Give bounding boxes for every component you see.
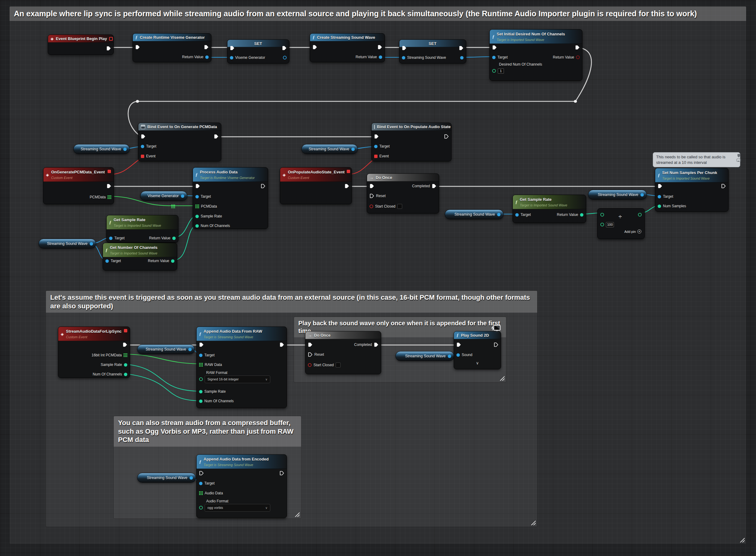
exec-out-pin[interactable] <box>575 44 580 51</box>
target-pin[interactable]: Target <box>492 54 507 61</box>
node-set-viseme-generator[interactable]: SET Viseme Generator <box>227 39 289 64</box>
node-header[interactable]: ƒ Get Sample Rate Target is Imported Sou… <box>107 215 178 230</box>
node-header[interactable]: SET <box>227 40 289 47</box>
exec-out-pin[interactable] <box>204 43 209 51</box>
var-out-pin[interactable] <box>497 213 500 216</box>
divide-b-value[interactable]: 100 <box>606 222 614 227</box>
audio-format-pin[interactable]: ogg vorbis ∨ <box>199 504 270 511</box>
node-header[interactable]: ◈ OnPopulateAudioState_Event Custom Even… <box>280 168 352 182</box>
exec-out-pin[interactable] <box>494 341 498 348</box>
node-get-number-of-channels[interactable]: ƒ Get Number Of Channels Target is Impor… <box>103 243 177 271</box>
raw-format-pin[interactable]: Signed 16-bit integer ∨ <box>199 376 270 383</box>
var-pill-streaming-sound-wave[interactable]: Streaming Sound Wave <box>137 473 196 483</box>
var-pill-streaming-sound-wave[interactable]: Streaming Sound Wave <box>38 239 96 249</box>
divide-input-b-pin[interactable]: 100 <box>600 221 614 228</box>
node-header[interactable]: ƒ Play Sound 2D <box>454 332 501 339</box>
node-header[interactable]: ƒ Get Number Of Channels Target is Impor… <box>103 243 177 257</box>
comment-resize-handle[interactable] <box>499 376 504 381</box>
pin-icon[interactable] <box>737 154 740 158</box>
node-bind-event-on-populate-audio-state[interactable]: Bind Event to On Populate Audio State Ta… <box>371 123 452 162</box>
desired-num-pin[interactable]: 1 <box>492 67 504 74</box>
exec-out-pin[interactable] <box>106 45 111 52</box>
exec-out-pin[interactable] <box>344 182 349 190</box>
node-set-initial-desired-num-of-channels[interactable]: ƒ Set Initial Desired Num Of Channels Ta… <box>489 29 583 81</box>
node-header[interactable]: ƒ Create Runtime Viseme Generator <box>133 34 211 41</box>
exec-in-pin[interactable] <box>308 341 313 348</box>
pcmdata-pin[interactable]: PCMData <box>90 194 111 201</box>
exec-in-pin[interactable] <box>199 470 204 477</box>
var-out-pin[interactable] <box>640 193 644 197</box>
return-value-pin[interactable]: Return Value <box>149 234 176 242</box>
var-pill-streaming-sound-wave[interactable]: Streaming Sound Wave <box>395 351 454 361</box>
node-header[interactable]: ƒ Create Streaming Sound Wave <box>310 34 385 41</box>
pcmdata-pin[interactable]: PCMData <box>195 203 217 210</box>
node-bind-event-on-generate-pcmdata[interactable]: Bind Event to On Generate PCMData Target… <box>138 123 221 162</box>
node-create-runtime-viseme-generator[interactable]: ƒ Create Runtime Viseme Generator Return… <box>133 33 211 62</box>
num-samples-pin[interactable]: Num Samples <box>658 202 686 210</box>
return-value-pin[interactable]: Return Value <box>182 53 209 61</box>
completed-exec-out-pin[interactable]: Completed <box>354 341 379 348</box>
audio-format-dropdown[interactable]: ogg vorbis ∨ <box>205 504 270 512</box>
exec-in-pin[interactable] <box>199 341 204 348</box>
exec-out-pin[interactable] <box>280 341 284 348</box>
exec-in-pin[interactable] <box>369 182 374 190</box>
divide-output-pin[interactable] <box>638 211 642 218</box>
exec-out-pin[interactable] <box>444 133 449 140</box>
node-stream-audio-data-for-lipsync[interactable]: ◈ StreamAudioDataForLipSync Custom Event… <box>58 326 130 378</box>
node-header[interactable]: ƒ Set Num Samples Per Chunk Target is Im… <box>655 168 728 182</box>
var-out-pin[interactable] <box>448 354 451 358</box>
variable-out-pin[interactable] <box>283 54 287 61</box>
exec-out-pin[interactable] <box>721 182 726 190</box>
completed-exec-out-pin[interactable]: Completed <box>412 182 436 190</box>
exec-out-pin[interactable] <box>282 44 287 52</box>
var-out-pin[interactable] <box>351 147 355 151</box>
node-onpopulate-audiostate-event[interactable]: ◈ OnPopulateAudioState_Event Custom Even… <box>280 167 352 204</box>
node-header[interactable]: ƒ Process Audio Data Target is Runtime V… <box>193 168 268 182</box>
num-of-channels-pin[interactable]: Num Of Channels <box>195 222 230 230</box>
exec-in-pin[interactable] <box>141 133 145 140</box>
sample-rate-pin[interactable]: Sample Rate <box>101 361 127 369</box>
exec-in-pin[interactable] <box>230 44 234 52</box>
return-value-pin[interactable]: Return Value <box>557 211 583 218</box>
target-pin[interactable]: Target <box>195 193 211 200</box>
node-header[interactable]: → Do Once <box>305 332 381 339</box>
target-pin[interactable]: Target <box>141 143 156 150</box>
node-play-sound-2d[interactable]: ƒ Play Sound 2D Sound ∨ <box>454 331 501 369</box>
node-set-num-samples-per-chunk[interactable]: ƒ Set Num Samples Per Chunk Target is Im… <box>655 168 729 212</box>
exec-in-pin[interactable] <box>456 341 461 348</box>
node-event-begin-play[interactable]: ◈ Event Blueprint Begin Play <box>48 35 114 55</box>
node-header[interactable]: SET <box>399 40 466 47</box>
node-header[interactable]: ƒ Append Audio Data from Encoded Target … <box>197 455 287 469</box>
node-header[interactable]: ◈ StreamAudioDataForLipSync Custom Event <box>58 327 130 341</box>
comment-resize-handle[interactable] <box>739 537 745 543</box>
node-header[interactable]: → Do Once <box>367 174 439 181</box>
exec-in-pin[interactable] <box>658 182 662 190</box>
return-value-pin[interactable]: Return Value <box>148 257 174 265</box>
node-get-sample-rate[interactable]: ƒ Get Sample Rate Target is Imported Sou… <box>106 215 178 243</box>
reset-exec-in-pin[interactable]: Reset <box>308 351 324 358</box>
expand-node-button[interactable]: ∨ <box>454 361 501 365</box>
node-append-audio-data-from-encoded[interactable]: ƒ Append Audio Data from Encoded Target … <box>196 454 287 518</box>
exec-out-pin[interactable] <box>107 182 111 190</box>
node-process-audio-data[interactable]: ƒ Process Audio Data Target is Runtime V… <box>193 167 268 229</box>
comment-resize-handle[interactable] <box>530 520 536 525</box>
node-create-streaming-sound-wave[interactable]: ƒ Create Streaming Sound Wave Return Val… <box>310 33 385 62</box>
raw-data-pin[interactable]: RAW Data <box>199 361 222 369</box>
comment-title-main[interactable]: An example where lip sync is performed w… <box>9 6 746 21</box>
sample-rate-pin[interactable]: Sample Rate <box>199 388 226 395</box>
return-value-pin[interactable]: Return Value <box>553 54 580 61</box>
variable-out-pin[interactable] <box>460 54 463 61</box>
variable-in-pin[interactable]: Viseme Generator <box>230 54 265 61</box>
target-pin[interactable]: Target <box>658 193 673 200</box>
var-pill-streaming-sound-wave[interactable]: Streaming Sound Wave <box>445 209 503 219</box>
raw-format-dropdown[interactable]: Signed 16-bit integer ∨ <box>205 376 270 383</box>
audio-data-pin[interactable]: Audio Data <box>199 489 223 497</box>
num-of-channels-pin[interactable]: Num Of Channels <box>93 371 127 378</box>
node-set-streaming-sound-wave[interactable]: SET Streaming Sound Wave <box>399 39 466 64</box>
sample-rate-pin[interactable]: Sample Rate <box>195 213 222 220</box>
exec-out-pin[interactable] <box>377 43 382 51</box>
start-closed-pin[interactable]: Start Closed <box>308 361 340 369</box>
start-closed-checkbox[interactable] <box>336 362 340 368</box>
reset-exec-in-pin[interactable]: Reset <box>369 192 386 200</box>
exec-out-pin[interactable] <box>280 470 284 477</box>
